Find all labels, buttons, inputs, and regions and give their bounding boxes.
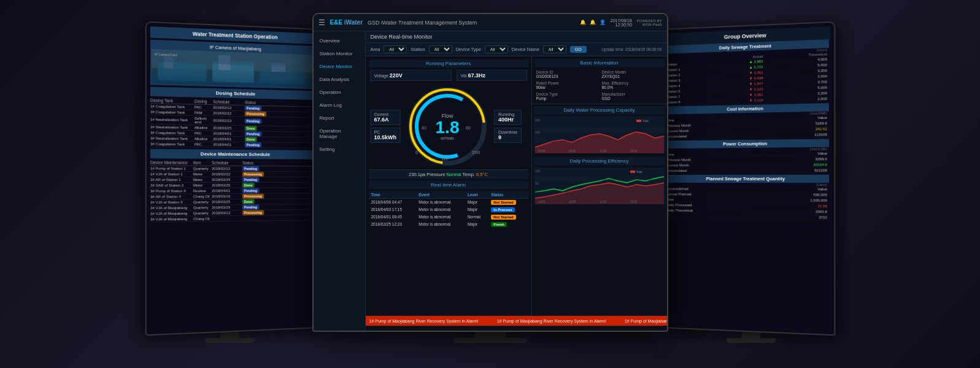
svg-text:200: 200 bbox=[472, 150, 480, 155]
vib-reading: Vib 67.3Hz bbox=[455, 70, 528, 81]
svg-rect-28 bbox=[636, 120, 641, 122]
power-row: Accumulated521168 bbox=[665, 167, 829, 174]
bell-icon[interactable]: 🔔 bbox=[580, 20, 586, 25]
daily-capacity-panel: Daily Water Processing Capacity bbox=[532, 104, 667, 155]
svg-text:120: 120 bbox=[441, 156, 449, 161]
daily-efficiency-title: Daily Processing Efficiency bbox=[534, 157, 665, 165]
center-main: Device Real-time Monitor Area All Statio… bbox=[366, 31, 667, 331]
center-logo: E&E iWater bbox=[330, 19, 363, 26]
left-stand-neck bbox=[220, 332, 239, 338]
device-row: 2# AR of Station 1Motor2018/03/25Pending bbox=[150, 177, 317, 183]
center-topbar: ☰ E&E iWater GSD iWater Treatment Manage… bbox=[314, 14, 667, 31]
device-row: 1# VJA of Station 1Motor2018/02/22Proces… bbox=[150, 172, 317, 177]
left-monitor-frame: Water Treatment Station Operation IP Cam… bbox=[145, 21, 321, 336]
daily-capacity-title: Daily Water Processing Capacity bbox=[534, 106, 665, 114]
svg-text:04:00: 04:00 bbox=[538, 150, 546, 153]
power-section: Power Consumption (Unit:k.Wh) TimeValueP… bbox=[665, 139, 829, 174]
svg-text:Total: Total bbox=[636, 171, 642, 174]
center-datetime: 2017/08/18 12:30:50 bbox=[611, 18, 632, 27]
right-stand-neck bbox=[742, 332, 760, 338]
sidebar-item-setting[interactable]: Setting bbox=[314, 143, 365, 156]
svg-text:16:00: 16:00 bbox=[630, 150, 638, 153]
center-stand-base bbox=[453, 338, 527, 343]
svg-text:08:00: 08:00 bbox=[569, 201, 576, 204]
svg-rect-40 bbox=[630, 171, 635, 173]
planned-title: Planned Sewage Treatment Quantity bbox=[665, 175, 829, 183]
svg-text:12:00: 12:00 bbox=[600, 201, 607, 204]
content-area: Running Parameters Voltage 220V bbox=[366, 56, 667, 316]
sidebar-item-report[interactable]: Report bbox=[314, 112, 365, 125]
flow-display: Flow 1.8 m³/min bbox=[436, 113, 460, 140]
go-button[interactable]: GO bbox=[570, 46, 587, 53]
power-table: TimeValuePrevious Month8289.6Current Mon… bbox=[665, 151, 829, 174]
device-table-body: 1# Pump of Station 1Quarterly2018/02/12P… bbox=[150, 166, 317, 223]
device-row: 3# VJA of MaojiabangChang Oil bbox=[150, 215, 317, 223]
planned-table: AccomplishedValueAnnual Planned500,005Ra… bbox=[665, 186, 829, 221]
svg-text:16:00: 16:00 bbox=[630, 201, 638, 204]
svg-text:0: 0 bbox=[415, 150, 419, 155]
sidebar-menu: OverviewStation MonitorDevice MonitorDat… bbox=[314, 34, 365, 156]
svg-text:50: 50 bbox=[535, 182, 539, 185]
center-body: OverviewStation MonitorDevice MonitorDat… bbox=[314, 31, 667, 331]
dosing-row: 3# Coagulation TankPAC2018/04/01Pending bbox=[150, 142, 317, 149]
svg-text:40: 40 bbox=[422, 126, 426, 130]
user-icon[interactable]: 👤 bbox=[600, 20, 606, 25]
sidebar-item-operation[interactable]: Operation bbox=[314, 86, 365, 99]
power-tbody: TimeValuePrevious Month8289.6Current Mon… bbox=[665, 151, 829, 174]
alert-icon[interactable]: 🔔 bbox=[590, 20, 596, 25]
svg-text:950: 950 bbox=[535, 118, 541, 122]
center-screen: ☰ E&E iWater GSD iWater Treatment Manage… bbox=[314, 14, 667, 331]
flow-value: 1.8 bbox=[436, 119, 460, 136]
sidebar-item-operation-manage[interactable]: Operation Manage bbox=[314, 125, 365, 143]
alarm-row: 2018/04/03 17:15Motor is abnormalMajorIn… bbox=[369, 206, 528, 213]
update-time: Update time: 2018/04/20 09:00:00 bbox=[601, 47, 662, 52]
gauge-circle: 0 200 120 40 80 Flow 1.8 bbox=[404, 83, 490, 169]
alarm-table: Time Event Level Status 2018/04/08 04:47… bbox=[369, 191, 528, 228]
station-filter[interactable]: All bbox=[429, 45, 452, 53]
device-row: 1# Pump of Station 1Quarterly2018/02/12P… bbox=[150, 166, 317, 172]
sidebar-item-device-monitor[interactable]: Device Monitor bbox=[314, 60, 365, 73]
svg-text:04:00: 04:00 bbox=[538, 201, 546, 204]
right-panels: Basic Information Device IDGSD000123 Dev… bbox=[532, 56, 667, 316]
svg-text:100: 100 bbox=[535, 169, 541, 173]
ticker-text-1: 1# Pump of Maojiabang River Recovery Sys… bbox=[369, 319, 479, 323]
center-stand-neck bbox=[475, 332, 506, 338]
planned-tbody: AccomplishedValueAnnual Planned500,005Ra… bbox=[665, 186, 829, 220]
sidebar-item-station-monitor[interactable]: Station Monitor bbox=[314, 47, 365, 60]
right-screen: Group Overview Daily Sewage Treatment (U… bbox=[660, 23, 833, 335]
pressure-temp-bar: 230.1pa Pressure Normal Temp. 6.5°C bbox=[369, 169, 528, 179]
sidebar-item-overview[interactable]: Overview bbox=[314, 34, 365, 47]
device-type-filter[interactable]: All bbox=[485, 45, 508, 53]
camera-image: IP Camera Feed bbox=[152, 49, 316, 88]
right-content: Daily Sewage Treatment (Unit:t) Actual T… bbox=[663, 40, 830, 222]
sidebar-item-alarm-log[interactable]: Alarm Log bbox=[314, 99, 365, 112]
daily-efficiency-panel: Daily Processing Efficiency bbox=[532, 155, 667, 206]
ticker-text-3: 1# Pump of Maojiabang River Recovery Sys… bbox=[625, 319, 667, 323]
vib-item: Vib 67.3Hz bbox=[457, 70, 527, 81]
sewage-table: Actual Theoretical Station▲ 1,8824,000St… bbox=[665, 52, 829, 105]
gauge-middle: Current 67.6A PC 10.5kWh bbox=[369, 83, 528, 169]
cost-table: TimeValuePrevious Month5189.6Current Mon… bbox=[665, 115, 829, 140]
ticker-text-2: 1# Pump of Maojiabang River Recovery Sys… bbox=[497, 319, 606, 323]
svg-text:08:00: 08:00 bbox=[569, 150, 576, 153]
svg-text:900: 900 bbox=[535, 131, 541, 134]
sewage-tbody: Station▲ 1,8824,000Station 1▲ 5,7225,000… bbox=[665, 56, 829, 105]
alarm-title: Real-time Alarm bbox=[369, 181, 528, 189]
right-monitor: Group Overview Daily Sewage Treatment (U… bbox=[668, 25, 834, 343]
basic-info-title: Basic Information bbox=[534, 59, 665, 67]
alarm-tbody: 2018/04/08 04:47Motor is abnormalMajorNo… bbox=[369, 199, 528, 228]
cost-section: Cost Information (Unit:RMB) TimeValuePre… bbox=[665, 103, 829, 139]
alarm-row: 2018/02/25 12:20Motor is abnormalMajorFi… bbox=[369, 221, 528, 228]
area-filter[interactable]: All bbox=[384, 45, 407, 53]
planned-section: Planned Sewage Treatment Quantity (Liter… bbox=[665, 175, 829, 221]
sidebar-item-data-analysis[interactable]: Data Analysis bbox=[314, 73, 365, 86]
daily-capacity-chart: 950 900 04:00 08:00 12:00 16:00 bbox=[534, 117, 665, 153]
top-readings: Voltage 220V Vib 67.3Hz bbox=[369, 70, 528, 81]
daily-sewage-section: Daily Sewage Treatment (Unit:t) Actual T… bbox=[665, 40, 829, 105]
monitors-container: Water Treatment Station Operation IP Cam… bbox=[147, 1, 834, 367]
device-name-filter[interactable]: All bbox=[543, 45, 566, 53]
left-screen: Water Treatment Station Operation IP Cam… bbox=[146, 23, 320, 335]
daily-efficiency-chart: 100 50 04:00 08:00 12:00 16:00 bbox=[534, 167, 665, 204]
center-monitor-frame: ☰ E&E iWater GSD iWater Treatment Manage… bbox=[312, 13, 668, 332]
alarm-row: 2018/04/08 04:47Motor is abnormalMajorNo… bbox=[369, 199, 528, 206]
